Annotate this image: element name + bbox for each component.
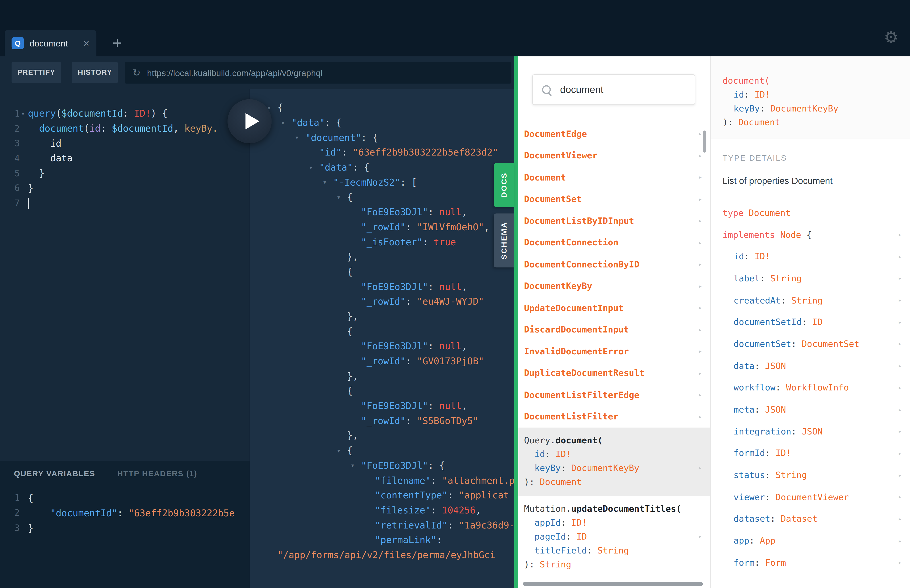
docs-vertical-scrollbar[interactable]	[703, 131, 706, 153]
docs-list-item[interactable]: DocumentSet▸	[518, 188, 710, 210]
docs-list-item[interactable]: DocumentListFilterEdge▸	[518, 384, 710, 406]
entry-line: id: ID!	[524, 447, 702, 461]
type-name: DocumentEdge	[524, 129, 587, 139]
result-line: },	[250, 309, 514, 324]
field-row[interactable]: dataset: Dataset▸	[711, 508, 910, 530]
docs-list-item[interactable]: DocumentConnection▸	[518, 232, 710, 254]
docs-sidebar-tab[interactable]: DOCS	[494, 163, 514, 207]
docs-list-item[interactable]: Document▸	[518, 166, 710, 188]
json-token: "FoE9Eo3DJl"	[361, 401, 428, 412]
docs-list-item[interactable]: UpdateDocumentInput▸	[518, 297, 710, 319]
field-row[interactable]: formId: ID!▸	[711, 443, 910, 464]
doc-token: :	[755, 404, 765, 415]
code-line[interactable]: 3 id	[0, 136, 250, 151]
doc-token: id	[535, 447, 545, 461]
chevron-right-icon: ▸	[698, 195, 702, 203]
json-token: :	[428, 207, 439, 218]
code-line[interactable]: 4 data	[0, 151, 250, 166]
code-line[interactable]: 2 document(id: $documentId, keyBy.	[0, 121, 250, 136]
fold-arrow-icon[interactable]: ▾	[21, 110, 25, 118]
docs-list-item[interactable]: InvalidDocumentError▸	[518, 341, 710, 362]
field-row[interactable]: documentSetId: ID▸	[711, 311, 910, 333]
fold-arrow-icon[interactable]: ▾	[323, 178, 327, 186]
field-row[interactable]: id: ID!▸	[711, 246, 910, 267]
prettify-button[interactable]: PRETTIFY	[11, 62, 61, 83]
field-row[interactable]: workflow: WorkflowInfo▸	[711, 377, 910, 399]
code-line[interactable]: 2 "documentId": "63eff2b9b303222b5e	[0, 505, 250, 520]
docs-entry[interactable]: Mutation.updateDocumentTitles(appId: ID!…	[518, 496, 710, 578]
docs-horizontal-scrollbar[interactable]	[523, 582, 703, 586]
code-line[interactable]: 1▾query($documentId: ID!) {	[0, 106, 250, 121]
query-editor-pane[interactable]: 1▾query($documentId: ID!) {2 document(id…	[0, 89, 250, 461]
close-tab-icon[interactable]: ×	[83, 38, 89, 48]
field-row[interactable]: form: Form▸	[711, 552, 910, 573]
fold-arrow-icon[interactable]: ▾	[295, 134, 299, 142]
docs-panel-divider[interactable]	[514, 56, 518, 588]
result-line: "_rowId": "S5BGoTDy5"	[250, 413, 514, 428]
field-row[interactable]: viewer: DocumentViewer▸	[711, 486, 910, 508]
variables-editor[interactable]: 1{2 "documentId": "63eff2b9b303222b5e3}	[0, 490, 250, 536]
field-row[interactable]: integration: JSON▸	[711, 420, 910, 443]
code-line[interactable]: 3}	[0, 520, 250, 535]
type-name: DocumentKeyBy	[524, 281, 592, 291]
doc-token: dataset	[734, 514, 770, 524]
fold-arrow-icon[interactable]: ▾	[336, 193, 341, 201]
tab-document[interactable]: Q document ×	[5, 30, 96, 56]
reload-icon[interactable]: ↻	[133, 67, 141, 79]
docs-entry[interactable]: Query.document(id: ID!keyBy: DocumentKey…	[518, 428, 710, 496]
code-token: {	[28, 492, 34, 503]
docs-list-item[interactable]: DiscardDocumentInput▸	[518, 319, 710, 341]
fold-arrow-icon[interactable]: ▾	[336, 446, 341, 455]
docs-list-item[interactable]: DocumentListFilter▸	[518, 406, 710, 427]
settings-gear-icon[interactable]: ⚙	[884, 28, 899, 47]
endpoint-url-bar[interactable]: ↻ https://local.kualibuild.com/app/api/v…	[125, 62, 511, 84]
result-line: ▾"FoE9Eo3DJl": {	[250, 458, 514, 473]
tab-http-headers[interactable]: HTTP HEADERS (1)	[117, 469, 197, 478]
fold-arrow-icon[interactable]: ▾	[309, 163, 313, 171]
docs-search-input[interactable]	[560, 84, 686, 95]
docs-list-item[interactable]: DocumentKeyBy▸	[518, 275, 710, 297]
fold-arrow-icon[interactable]: ▾	[351, 462, 355, 470]
code-line[interactable]: 5 }	[0, 166, 250, 181]
docs-list-item[interactable]: DocumentEdge▸	[518, 123, 710, 145]
field-row[interactable]: app: App▸	[711, 530, 910, 552]
field-row[interactable]: documentSet: DocumentSet▸	[711, 333, 910, 355]
schema-sidebar-tab[interactable]: SCHEMA	[494, 213, 514, 267]
header-bar: Q document × + ⚙	[0, 0, 910, 56]
json-token: : {	[428, 460, 445, 471]
fold-arrow-icon[interactable]: ▾	[281, 119, 285, 127]
code-token: (	[84, 123, 89, 134]
json-token: "S5BGoTDy5"	[417, 415, 478, 426]
doc-token: Document	[540, 475, 582, 489]
field-row[interactable]: meta: JSON▸	[711, 399, 910, 420]
docs-search-box[interactable]	[532, 74, 695, 105]
result-line: "FoE9Eo3DJl": null,	[250, 205, 514, 220]
history-button[interactable]: HISTORY	[72, 62, 118, 83]
field-row[interactable]: createdAt: String▸	[711, 289, 910, 311]
doc-token: Document	[749, 207, 790, 218]
field-row[interactable]: label: String▸	[711, 267, 910, 289]
type-name: DocumentListFilterEdge	[524, 390, 639, 400]
result-line: "filename": "attachment.p	[250, 473, 514, 488]
new-tab-button[interactable]: +	[105, 30, 129, 56]
code-line[interactable]: 7	[0, 195, 250, 210]
docs-list-item[interactable]: DocumentConnectionByID▸	[518, 254, 710, 275]
code-line[interactable]: 1{	[0, 490, 250, 505]
line-number: 6	[0, 183, 20, 193]
doc-token: keyBy	[734, 103, 760, 114]
field-row[interactable]: status: String▸	[711, 464, 910, 486]
field-row[interactable]: data: JSON▸	[711, 355, 910, 377]
execute-query-button[interactable]	[228, 99, 272, 143]
chevron-right-icon: ▸	[698, 130, 702, 137]
doc-token: app	[734, 536, 749, 546]
tab-query-variables[interactable]: QUERY VARIABLES	[14, 469, 95, 478]
implements-node-row[interactable]: implements Node {▸	[711, 224, 910, 246]
docs-list-item[interactable]: DocumentListByIDInput▸	[518, 210, 710, 232]
type-declaration[interactable]: type Document	[711, 202, 910, 224]
docs-list-item[interactable]: DocumentViewer▸	[518, 145, 710, 166]
chevron-right-icon: ▸	[898, 428, 902, 435]
doc-token: document(	[723, 76, 770, 86]
docs-list-item[interactable]: DuplicateDocumentResult▸	[518, 362, 710, 384]
code-line[interactable]: 6}	[0, 181, 250, 195]
json-token: null	[439, 207, 462, 218]
